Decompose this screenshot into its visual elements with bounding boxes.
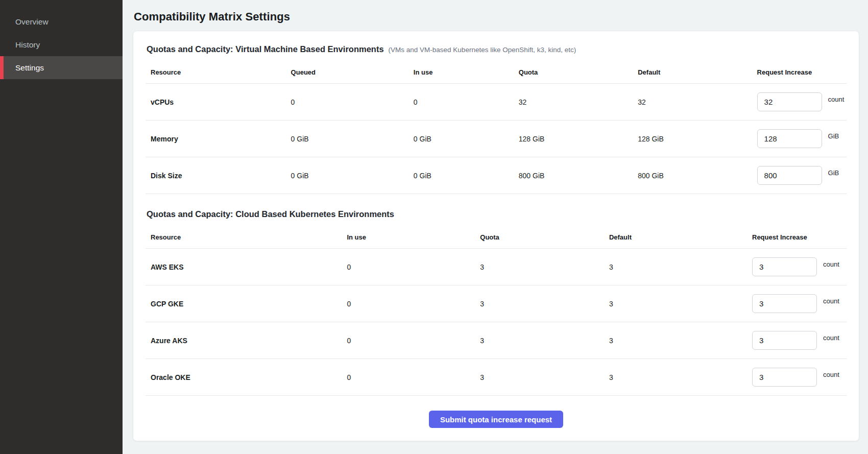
quota-value: 32 [514,98,633,106]
unit-label: count [823,371,839,378]
quota-value: 3 [475,300,604,308]
k8s-col-request-increase: Request Increase [747,233,847,241]
default-value: 800 GiB [633,172,752,180]
submit-button-row: Submit quota increase request [146,411,847,428]
table-row-azure-aks: Azure AKS 0 3 3 count [146,322,847,359]
aws-eks-request-input[interactable] [752,257,817,276]
memory-request-input[interactable] [757,129,822,148]
request-increase-cell: count [747,331,847,350]
quota-value: 3 [475,337,604,345]
k8s-col-in-use: In use [342,233,475,241]
resource-name: Azure AKS [146,337,342,345]
in-use-value: 0 GiB [408,135,514,143]
resource-name: GCP GKE [146,300,342,308]
vm-col-quota: Quota [514,68,633,76]
k8s-table-header-row: Resource In use Quota Default Request In… [146,226,847,249]
unit-label: GiB [828,169,839,177]
resource-name: Memory [146,135,286,143]
table-row-aws-eks: AWS EKS 0 3 3 count [146,249,847,285]
quota-value: 128 GiB [514,135,633,143]
default-value: 3 [604,263,747,271]
table-row-vcpus: vCPUs 0 0 32 32 count [146,84,847,121]
request-increase-cell: GiB [752,129,847,148]
table-row-oracle-oke: Oracle OKE 0 3 3 count [146,359,847,396]
unit-label: count [823,334,839,342]
request-increase-cell: count [747,257,847,276]
k8s-col-default: Default [604,233,747,241]
vm-section-title: Quotas and Capacity: Virtual Machine Bas… [147,44,384,54]
default-value: 3 [604,373,747,381]
table-row-memory: Memory 0 GiB 0 GiB 128 GiB 128 GiB GiB [146,121,847,157]
vcpus-request-input[interactable] [757,92,822,111]
in-use-value: 0 [408,98,514,106]
request-increase-cell: count [747,294,847,313]
settings-card: Quotas and Capacity: Virtual Machine Bas… [133,31,859,441]
resource-name: AWS EKS [146,263,342,271]
disk-size-request-input[interactable] [757,166,822,185]
request-increase-cell: count [747,368,847,387]
resource-name: Oracle OKE [146,373,342,381]
unit-label: count [828,95,845,103]
queued-value: 0 GiB [286,135,408,143]
vm-section-subtitle: (VMs and VM-based Kubernetes like OpenSh… [389,46,576,54]
oracle-oke-request-input[interactable] [752,368,817,387]
in-use-value: 0 [342,263,475,271]
quota-value: 3 [475,373,604,381]
gcp-gke-request-input[interactable] [752,294,817,313]
default-value: 128 GiB [633,135,752,143]
in-use-value: 0 GiB [408,172,514,180]
azure-aks-request-input[interactable] [752,331,817,350]
vm-col-queued: Queued [286,68,408,76]
in-use-value: 0 [342,300,475,308]
queued-value: 0 GiB [286,172,408,180]
vm-section-heading: Quotas and Capacity: Virtual Machine Bas… [147,44,847,54]
resource-name: Disk Size [146,172,286,180]
in-use-value: 0 [342,373,475,381]
quota-value: 3 [475,263,604,271]
queued-value: 0 [286,98,408,106]
vm-col-in-use: In use [408,68,514,76]
sidebar-item-history[interactable]: History [0,33,123,56]
table-row-gcp-gke: GCP GKE 0 3 3 count [146,285,847,322]
unit-label: count [823,297,839,305]
k8s-quota-table: Resource In use Quota Default Request In… [146,226,847,396]
sidebar: Overview History Settings [0,0,123,454]
sidebar-item-settings[interactable]: Settings [0,56,123,79]
request-increase-cell: count [752,92,847,111]
unit-label: GiB [828,132,839,140]
vm-table-header-row: Resource Queued In use Quota Default Req… [146,61,847,84]
default-value: 3 [604,300,747,308]
page-title: Compatibility Matrix Settings [134,10,859,23]
vm-quota-table: Resource Queued In use Quota Default Req… [146,61,847,194]
quota-value: 800 GiB [514,172,633,180]
k8s-section-title: Quotas and Capacity: Cloud Based Kuberne… [147,209,394,219]
vm-col-request-increase: Request Increase [752,68,847,76]
request-increase-cell: GiB [752,166,847,185]
vm-col-default: Default [633,68,752,76]
sidebar-item-overview[interactable]: Overview [0,10,123,33]
resource-name: vCPUs [146,98,286,106]
submit-quota-increase-button[interactable]: Submit quota increase request [429,411,563,428]
table-row-disk-size: Disk Size 0 GiB 0 GiB 800 GiB 800 GiB Gi… [146,157,847,194]
default-value: 32 [633,98,752,106]
k8s-col-quota: Quota [475,233,604,241]
main-content: Compatibility Matrix Settings Quotas and… [123,0,868,454]
in-use-value: 0 [342,337,475,345]
k8s-section-heading: Quotas and Capacity: Cloud Based Kuberne… [147,209,847,219]
default-value: 3 [604,337,747,345]
vm-col-resource: Resource [146,68,286,76]
unit-label: count [823,260,839,268]
k8s-col-resource: Resource [146,233,342,241]
